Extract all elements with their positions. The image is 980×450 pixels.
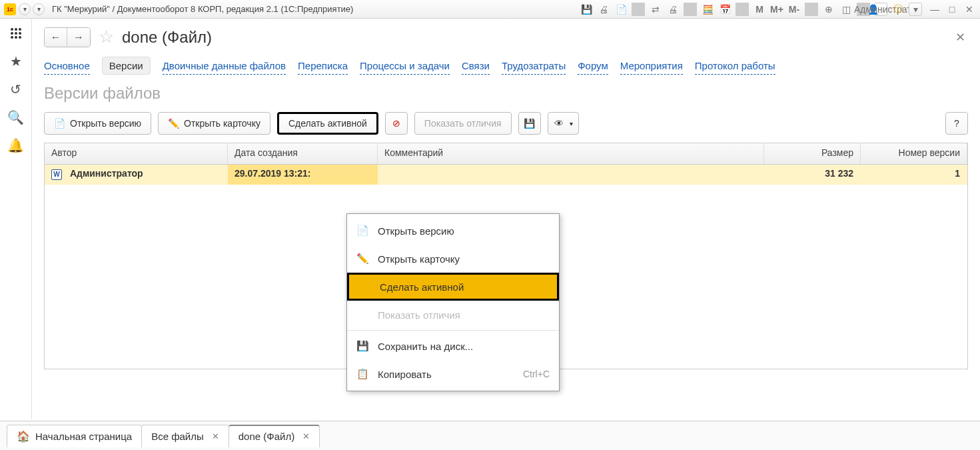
notifications-icon[interactable]: 🔔 xyxy=(8,137,24,153)
print-icon[interactable]: 🖨 xyxy=(597,3,610,16)
author-value: Администратор xyxy=(70,168,143,179)
document-icon[interactable]: 📄 xyxy=(614,3,628,16)
titlebar: 1c ▾ ▾ ГК "Меркурий" / Документооборот 8… xyxy=(0,0,980,19)
bottom-tab-all-files[interactable]: Все файлы ✕ xyxy=(141,425,229,447)
toolbar: 📄 Открыть версию ✏️ Открыть карточку Сде… xyxy=(44,112,968,135)
header-comment[interactable]: Комментарий xyxy=(378,143,764,164)
context-menu: 📄 Открыть версию ✏️ Открыть карточку Сде… xyxy=(346,213,560,391)
cell-date: 29.07.2019 13:21: xyxy=(228,165,378,185)
cell-author: W Администратор xyxy=(45,165,228,185)
tab-correspondence[interactable]: Переписка xyxy=(298,57,348,75)
user-account-button[interactable]: 👤 Администратор xyxy=(874,3,887,16)
memory-mminus-button[interactable]: M- xyxy=(787,3,801,16)
header-author[interactable]: Автор xyxy=(45,143,228,164)
disk-icon: 💾 xyxy=(356,340,368,352)
info-icon[interactable]: ⓘ xyxy=(891,3,905,16)
tab-processes[interactable]: Процессы и задачи xyxy=(360,57,450,75)
make-active-button[interactable]: Сделать активной xyxy=(277,112,378,135)
eye-icon: 👁 xyxy=(554,118,564,129)
cell-comment xyxy=(378,165,764,185)
close-button[interactable]: ✕ xyxy=(963,3,976,16)
blank-icon xyxy=(358,281,370,293)
word-file-icon: W xyxy=(51,169,62,180)
bottom-tabs: 🏠 Начальная страница Все файлы ✕ done (Ф… xyxy=(0,421,980,450)
calendar-icon[interactable]: 📅 xyxy=(718,3,732,16)
app-title: ГК "Меркурий" / Документооборот 8 КОРП, … xyxy=(52,4,353,14)
tab-forum[interactable]: Форум xyxy=(578,57,608,75)
save-disk-button[interactable]: 💾 xyxy=(518,112,541,135)
menu-show-diff: Показать отличия xyxy=(347,301,559,329)
grid-header: Автор Дата создания Комментарий Размер Н… xyxy=(45,143,967,165)
cell-version: 1 xyxy=(861,165,967,185)
table-row[interactable]: W Администратор 29.07.2019 13:21: 31 232… xyxy=(45,165,967,185)
save-icon[interactable]: 💾 xyxy=(580,3,593,16)
delete-icon: ⊘ xyxy=(391,118,402,129)
show-diff-button[interactable]: Показать отличия xyxy=(414,112,512,135)
menu-save-disk-label: Сохранить на диск... xyxy=(378,341,473,352)
view-mode-button[interactable]: 👁 ▾ xyxy=(548,112,579,135)
menu-save-disk[interactable]: 💾 Сохранить на диск... xyxy=(347,332,559,360)
header-date[interactable]: Дата создания xyxy=(228,143,378,164)
open-card-button[interactable]: ✏️ Открыть карточку xyxy=(158,112,270,135)
pencil-icon: ✏️ xyxy=(356,253,368,265)
back-button[interactable]: ← xyxy=(45,28,67,47)
copy-icon: 📋 xyxy=(356,368,368,380)
header-version[interactable]: Номер версии xyxy=(861,143,967,164)
separator xyxy=(632,3,645,16)
open-version-button[interactable]: 📄 Открыть версию xyxy=(44,112,151,135)
show-diff-label: Показать отличия xyxy=(424,118,502,129)
forward-button[interactable]: → xyxy=(67,28,90,47)
menu-open-version[interactable]: 📄 Открыть версию xyxy=(347,217,559,245)
separator xyxy=(805,3,818,16)
menu-open-card[interactable]: ✏️ Открыть карточку xyxy=(347,245,559,273)
tab-versions[interactable]: Версии xyxy=(102,57,151,75)
favorites-icon[interactable]: ★ xyxy=(8,53,24,69)
zoom-icon[interactable]: ⊕ xyxy=(822,3,835,16)
print2-icon[interactable]: 🖨 xyxy=(666,3,680,16)
compare-icon[interactable]: ⇄ xyxy=(649,3,662,16)
bottom-tab-done-file[interactable]: done (Файл) ✕ xyxy=(229,425,320,447)
home-icon: 🏠 xyxy=(17,430,30,443)
section-title: Версии файлов xyxy=(44,84,968,103)
nav-buttons: ← → xyxy=(44,27,91,47)
calculator-icon[interactable]: 🧮 xyxy=(701,3,714,16)
apps-grid-icon[interactable] xyxy=(8,25,24,41)
tab-labor[interactable]: Трудозатраты xyxy=(502,57,566,75)
favorite-star-icon[interactable]: ☆ xyxy=(99,27,114,47)
tab-events[interactable]: Мероприятия xyxy=(620,57,683,75)
delete-button[interactable]: ⊘ xyxy=(385,112,408,135)
close-tab-icon[interactable]: ✕ xyxy=(212,431,219,441)
help-label: ? xyxy=(954,118,959,129)
menu-copy-shortcut: Ctrl+C xyxy=(523,369,550,379)
open-version-label: Открыть версию xyxy=(70,118,141,129)
help-button[interactable]: ? xyxy=(945,112,968,135)
search-icon[interactable]: 🔍 xyxy=(8,109,24,125)
bottom-tab-label: Все файлы xyxy=(151,431,204,442)
titlebar-circle-2[interactable]: ▾ xyxy=(33,3,45,15)
maximize-button[interactable]: □ xyxy=(945,3,959,16)
menu-copy[interactable]: 📋 Копировать Ctrl+C xyxy=(347,360,559,388)
tab-links[interactable]: Связи xyxy=(462,57,490,75)
minimize-button[interactable]: — xyxy=(928,3,941,16)
disk-icon: 💾 xyxy=(524,118,535,129)
header-size[interactable]: Размер xyxy=(764,143,861,164)
memory-m-button[interactable]: M xyxy=(753,3,766,16)
dropdown-icon[interactable]: ▾ xyxy=(909,3,922,16)
menu-open-card-label: Открыть карточку xyxy=(378,253,460,265)
menu-show-diff-label: Показать отличия xyxy=(378,309,460,321)
tab-protocol[interactable]: Протокол работы xyxy=(695,57,775,75)
app-logo-icon: 1c xyxy=(4,3,16,15)
close-tab-icon[interactable]: ✕ xyxy=(302,431,310,441)
tab-main[interactable]: Основное xyxy=(44,57,90,75)
memory-mplus-button[interactable]: M+ xyxy=(770,3,783,16)
tab-binary-data[interactable]: Двоичные данные файлов xyxy=(163,57,286,75)
home-tab[interactable]: 🏠 Начальная страница xyxy=(7,425,142,447)
menu-make-active-label: Сделать активной xyxy=(380,281,464,293)
history-icon[interactable]: ↺ xyxy=(8,81,24,97)
menu-make-active[interactable]: Сделать активной xyxy=(347,273,559,301)
separator xyxy=(735,3,749,16)
close-page-button[interactable]: ✕ xyxy=(955,30,968,45)
panels-icon[interactable]: ◫ xyxy=(839,3,853,16)
titlebar-circle-1[interactable]: ▾ xyxy=(19,3,31,15)
menu-open-version-label: Открыть версию xyxy=(378,225,454,237)
